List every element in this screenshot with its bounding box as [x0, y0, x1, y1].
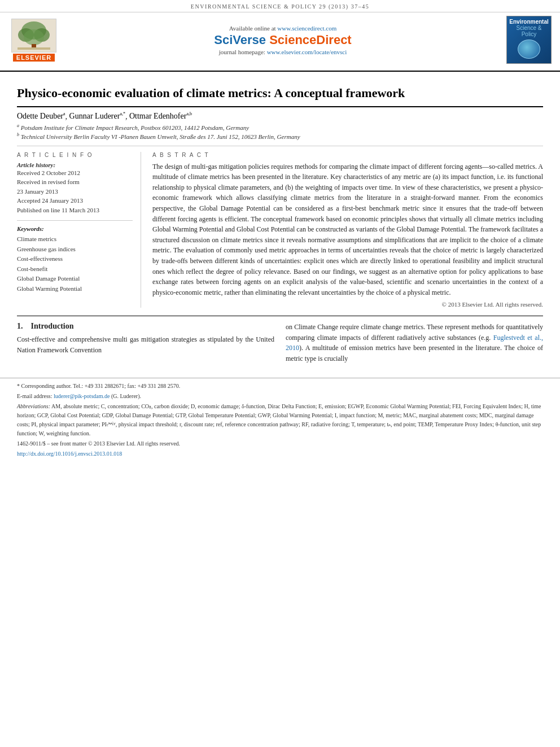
abstract-header: A B S T R A C T — [152, 152, 543, 158]
intro-right-text: on Climate Change require climate change… — [286, 322, 543, 364]
sciverse-part2: ScienceDirect — [269, 33, 352, 47]
journal-homepage: journal homepage: www.elsevier.com/locat… — [68, 49, 498, 55]
intro-left-text: Cost-effective and comprehensive multi g… — [17, 334, 274, 355]
doi-link[interactable]: http://dx.doi.org/10.1016/j.envsci.2013.… — [17, 451, 122, 457]
header-middle: Available online at www.sciencedirect.co… — [62, 25, 504, 55]
introduction-title: 1. Introduction — [17, 322, 274, 331]
author-2: Gunnar Luderera,* — [69, 112, 125, 120]
journal-header: Environmental Science & Policy 29 (2013)… — [0, 0, 560, 72]
kw-cost-effectiveness: Cost-effectiveness — [17, 254, 133, 264]
affiliations-block: a Potsdam Institute for Climate Impact R… — [17, 123, 543, 146]
body-right: on Climate Change require climate change… — [286, 322, 543, 364]
article-history: Article history: Received 2 October 2012… — [17, 161, 133, 215]
published-date: Published on line 11 March 2013 — [17, 206, 133, 215]
main-content: Physico-economic evaluation of climate m… — [0, 72, 560, 370]
received-date: Received 2 October 2012 — [17, 168, 133, 178]
kw-climate-metrics: Climate metrics — [17, 234, 133, 244]
kw-greenhouse: Greenhouse gas indices — [17, 244, 133, 255]
authors-line: Odette Deubera, Gunnar Luderera,*, Ottma… — [17, 112, 543, 121]
body-section: 1. Introduction Cost-effective and compr… — [17, 316, 543, 364]
journal-top-bar: Environmental Science & Policy 29 (2013)… — [0, 0, 560, 12]
left-column: A R T I C L E I N F O Article history: R… — [17, 152, 141, 308]
page: Environmental Science & Policy 29 (2013)… — [0, 0, 560, 747]
author-email[interactable]: luderer@pik-potsdam.de — [54, 393, 110, 399]
affiliation-b: b Technical University Berlin Faculty VI… — [17, 132, 543, 140]
journal-title-bar: Environmental Science & Policy 29 (2013)… — [191, 3, 369, 10]
env-science-logo: Environmental Science & Policy — [504, 16, 554, 64]
received-revised-label: Received in revised form — [17, 177, 133, 187]
env-logo-box: Environmental Science & Policy — [506, 16, 552, 64]
email-line: E-mail address: luderer@pik-potsdam.de (… — [17, 392, 543, 401]
corresponding-author: * Corresponding author. Tel.: +49 331 28… — [17, 382, 543, 391]
keywords-label: Keywords: — [17, 225, 133, 232]
elsevier-logo: ELSEVIER — [6, 19, 62, 62]
keywords-block: Keywords: Climate metrics Greenhouse gas… — [17, 220, 133, 294]
section-heading: Introduction — [31, 322, 74, 330]
author-1: Odette Deubera — [17, 112, 65, 120]
kw-gwp: Global Warming Potential — [17, 284, 133, 294]
env-logo-line2: Science & — [516, 25, 541, 31]
svg-point-4 — [24, 29, 44, 45]
author-3: Ottmar Edenhofera,b — [129, 112, 192, 120]
body-left: 1. Introduction Cost-effective and compr… — [17, 322, 274, 364]
header-content: ELSEVIER Available online at www.science… — [0, 12, 560, 67]
affiliation-a: a Potsdam Institute for Climate Impact R… — [17, 123, 543, 131]
right-column: A B S T R A C T The design of multi-gas … — [152, 152, 543, 308]
revised-date: 23 January 2013 — [17, 187, 133, 196]
abstract-text: The design of multi-gas mitigation polic… — [152, 161, 543, 298]
abbr-text: AM, absolute metric; C, concentration; C… — [17, 403, 541, 436]
accepted-date: Accepted 24 January 2013 — [17, 196, 133, 206]
two-col-section: A R T I C L E I N F O Article history: R… — [17, 152, 543, 308]
section-number: 1. — [17, 322, 23, 330]
sciverse-part1: SciVerse — [214, 33, 269, 47]
article-info-header: A R T I C L E I N F O — [17, 152, 133, 158]
sciverse-title: SciVerse ScienceDirect — [68, 33, 498, 47]
elsevier-label: ELSEVIER — [13, 54, 55, 62]
available-online-text: Available online at www.sciencedirect.co… — [68, 25, 498, 32]
history-label: Article history: — [17, 161, 133, 168]
kw-cost-benefit: Cost-benefit — [17, 264, 133, 274]
abbr-label: Abbreviations: — [17, 403, 50, 409]
kw-gdp: Global Damage Potential — [17, 274, 133, 284]
env-logo-line3: Policy — [522, 31, 537, 37]
elsevier-tree-image — [11, 19, 56, 53]
copyright-line: © 2013 Elsevier Ltd. All rights reserved… — [152, 301, 543, 308]
env-globe-icon — [518, 40, 540, 59]
issn-line: 1462-9011/$ – see front matter © 2013 El… — [17, 439, 543, 448]
fugle-link[interactable]: Fuglestvedt et al., 2010 — [286, 334, 543, 352]
svg-rect-6 — [18, 47, 50, 50]
doi-line: http://dx.doi.org/10.1016/j.envsci.2013.… — [17, 449, 543, 458]
article-title: Physico-economic evaluation of climate m… — [17, 85, 543, 107]
sciverse-url[interactable]: www.sciencedirect.com — [277, 25, 336, 32]
page-footer: * Corresponding author. Tel.: +49 331 28… — [0, 378, 560, 465]
abbreviations-line: Abbreviations: AM, absolute metric; C, c… — [17, 402, 543, 438]
homepage-url[interactable]: www.elsevier.com/locate/envsci — [267, 49, 347, 55]
env-logo-line1: Environmental — [509, 19, 548, 25]
